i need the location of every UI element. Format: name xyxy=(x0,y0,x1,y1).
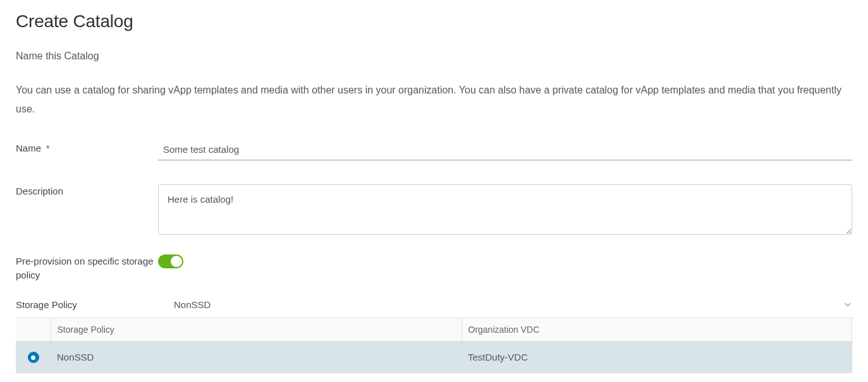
name-row: Name * xyxy=(16,141,852,160)
name-input[interactable] xyxy=(158,141,852,160)
cell-storage-policy: NonSSD xyxy=(51,341,462,373)
storage-policy-label: Storage Policy xyxy=(16,299,77,310)
table-header-org-vdc: Organization VDC xyxy=(462,318,852,341)
table-header-radio xyxy=(16,318,51,341)
section-subtitle: Name this Catalog xyxy=(16,51,852,62)
page-title: Create Catalog xyxy=(16,11,852,32)
required-asterisk-icon: * xyxy=(46,143,49,153)
name-label: Name xyxy=(16,143,41,153)
description-row: Description Here is catalog! xyxy=(16,184,852,237)
help-text: You can use a catalog for sharing vApp t… xyxy=(16,81,852,119)
toggle-knob-icon xyxy=(171,256,182,267)
table-header-storage-policy: Storage Policy xyxy=(51,318,462,341)
preprovision-label: Pre-provision on specific storage policy xyxy=(16,256,154,281)
radio-button[interactable] xyxy=(28,352,39,363)
storage-policy-dropdown[interactable]: NonSSD xyxy=(174,297,852,313)
description-textarea[interactable]: Here is catalog! xyxy=(158,184,852,235)
chevron-down-icon xyxy=(843,300,852,309)
preprovision-toggle[interactable] xyxy=(158,254,183,268)
storage-policy-row: Storage Policy NonSSD xyxy=(16,297,852,313)
storage-policy-table: Storage Policy Organization VDC NonSSD T… xyxy=(16,318,852,374)
storage-policy-selected-value: NonSSD xyxy=(174,297,843,313)
description-label: Description xyxy=(16,186,63,196)
preprovision-row: Pre-provision on specific storage policy xyxy=(16,254,852,283)
table-row[interactable]: NonSSD TestDuty-VDC xyxy=(16,341,852,373)
cell-org-vdc: TestDuty-VDC xyxy=(462,341,852,373)
radio-selected-icon xyxy=(31,355,35,360)
